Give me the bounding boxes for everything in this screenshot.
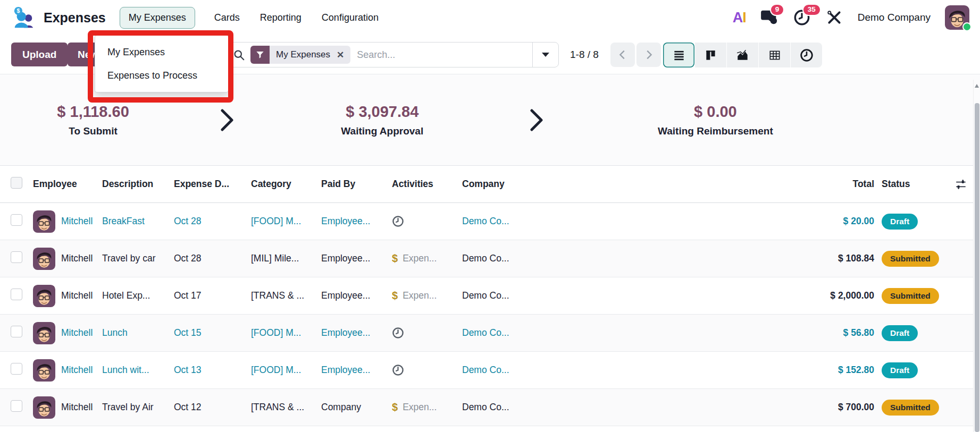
menu-reporting[interactable]: Reporting: [259, 7, 303, 28]
status-badge: Draft: [882, 362, 918, 378]
paid-by: Employee...: [312, 327, 382, 338]
pivot-view-button[interactable]: [759, 43, 790, 67]
sliders-icon: [954, 178, 967, 191]
expense-report-activity[interactable]: $ Expen...: [392, 290, 437, 302]
user-menu[interactable]: [945, 5, 969, 30]
to-submit-amount: $ 1,118.60: [10, 103, 176, 121]
dropdown-item-expenses-to-process[interactable]: Expenses to Process: [95, 64, 228, 87]
employee-name: Mitchell ,: [61, 216, 93, 227]
expense-row[interactable]: Mitchell , Travel by car Oct 28 [MIL] Mi…: [0, 240, 973, 277]
summary-to-submit[interactable]: $ 1,118.60 To Submit: [10, 103, 176, 137]
optional-columns-button[interactable]: [949, 178, 973, 191]
waiting-reimbursement-label: Waiting Reimbursement: [568, 125, 862, 137]
expense-report-activity[interactable]: $ Expen...: [392, 252, 437, 265]
waiting-approval-label: Waiting Approval: [235, 125, 529, 137]
search-dropdown-toggle[interactable]: [532, 43, 558, 67]
facet-label: My Expenses: [276, 49, 330, 60]
schedule-activity-clock-icon[interactable]: [392, 364, 404, 375]
expense-row[interactable]: Mitchell , Lunch wit... Oct 13 [FOOD] M.…: [0, 352, 973, 389]
status-badge: Draft: [882, 325, 918, 341]
menu-my-expenses[interactable]: My Expenses: [120, 7, 195, 29]
expense-category: [FOOD] M...: [241, 216, 312, 227]
list-view-button[interactable]: [663, 43, 694, 67]
row-checkbox[interactable]: [11, 363, 22, 375]
column-header-category[interactable]: Category: [241, 179, 312, 190]
main-menu: My Expenses Cards Reporting Configuratio…: [120, 7, 380, 29]
column-header-expense-date[interactable]: Expense D...: [164, 179, 241, 190]
top-navbar: $ Expenses My Expenses Cards Reporting C…: [0, 0, 980, 35]
expense-date: Oct 28: [164, 216, 241, 227]
dollar-activity-icon: $: [392, 290, 398, 302]
graph-view-button[interactable]: [727, 43, 758, 67]
facet-remove-icon[interactable]: ✕: [337, 49, 344, 61]
status-badge: Submitted: [882, 400, 939, 416]
column-header-total[interactable]: Total: [773, 179, 880, 190]
expense-category: [MIL] Mile...: [241, 253, 312, 264]
expense-description: BreakFast: [93, 216, 164, 227]
search-bar[interactable]: My Expenses ✕: [226, 42, 559, 67]
upload-button[interactable]: Upload: [11, 43, 68, 66]
vertical-scrollbar[interactable]: [973, 80, 980, 432]
expense-report-activity[interactable]: $ Expen...: [392, 401, 437, 413]
company-switcher[interactable]: Demo Company: [858, 12, 931, 23]
pager-previous-button[interactable]: [610, 43, 635, 67]
company-name-cell: Demo Co...: [453, 216, 773, 227]
expense-row[interactable]: Mitchell , Hotel Exp... Oct 17 [TRANS & …: [0, 277, 973, 315]
column-header-paid-by[interactable]: Paid By: [312, 179, 382, 190]
expense-row[interactable]: Mitchell , Travel by Air Oct 12 [TRANS &…: [0, 389, 973, 426]
menu-configuration[interactable]: Configuration: [321, 7, 380, 28]
row-checkbox[interactable]: [11, 326, 22, 337]
activity-label: Expen...: [403, 402, 437, 413]
summary-waiting-approval[interactable]: $ 3,097.84 Waiting Approval: [235, 103, 529, 137]
scrollbar-up-arrow[interactable]: [975, 84, 979, 88]
waiting-reimbursement-amount: $ 0.00: [568, 103, 862, 121]
row-checkbox[interactable]: [11, 289, 22, 300]
my-expenses-dropdown-menu: My Expenses Expenses to Process: [95, 35, 229, 92]
search-input[interactable]: [357, 49, 532, 61]
schedule-activity-clock-icon[interactable]: [392, 215, 404, 226]
schedule-activity-clock-icon[interactable]: [392, 327, 404, 337]
pager-range: 1-8 / 8: [570, 35, 599, 74]
activity-view-icon: [800, 48, 814, 62]
expense-row[interactable]: Mitchell , BreakFast Oct 28 [FOOD] M... …: [0, 203, 973, 240]
dollar-activity-icon: $: [392, 252, 398, 265]
expense-row[interactable]: Mitchell , Lunch Oct 15 [FOOD] M... Empl…: [0, 315, 973, 352]
expenses-app-screen: $ Expenses My Expenses Cards Reporting C…: [0, 0, 980, 432]
debug-tools-button[interactable]: [825, 9, 843, 27]
pager-next-button[interactable]: [636, 43, 661, 67]
row-checkbox[interactable]: [11, 400, 22, 412]
expense-total: $ 700.00: [773, 402, 880, 413]
company-name-cell: Demo Co...: [453, 290, 773, 301]
activities-button[interactable]: 35: [793, 9, 811, 27]
employee-avatar: [33, 210, 55, 233]
tools-wrench-icon: [827, 10, 842, 25]
column-header-employee[interactable]: Employee: [23, 179, 93, 190]
employee-avatar: [33, 396, 55, 419]
expense-total: $ 108.84: [773, 253, 880, 264]
activity-view-button[interactable]: [791, 43, 822, 67]
expense-date: Oct 15: [164, 327, 241, 338]
menu-cards[interactable]: Cards: [213, 7, 241, 28]
column-header-status[interactable]: Status: [880, 179, 949, 190]
column-header-activities[interactable]: Activities: [382, 179, 453, 190]
kanban-view-button[interactable]: [695, 43, 726, 67]
activities-count-badge: 35: [802, 4, 821, 16]
dropdown-item-my-expenses[interactable]: My Expenses: [95, 40, 228, 64]
paid-by: Employee...: [312, 216, 382, 227]
app-title: Expenses: [44, 10, 106, 26]
scrollbar-thumb[interactable]: [975, 103, 979, 432]
ai-logo-icon[interactable]: AI: [733, 10, 746, 26]
row-checkbox[interactable]: [11, 214, 22, 226]
summary-waiting-reimbursement[interactable]: $ 0.00 Waiting Reimbursement: [568, 103, 862, 137]
expense-date: Oct 28: [164, 253, 241, 264]
company-name-cell: Demo Co...: [453, 253, 773, 264]
messages-button[interactable]: 9: [760, 9, 778, 27]
column-header-company[interactable]: Company: [453, 179, 773, 190]
select-all-checkbox[interactable]: [11, 177, 22, 189]
column-header-description[interactable]: Description: [93, 179, 164, 190]
row-checkbox[interactable]: [11, 251, 22, 263]
expenses-app-icon[interactable]: $: [12, 5, 36, 30]
waiting-approval-amount: $ 3,097.84: [235, 103, 529, 121]
table-body: Mitchell , BreakFast Oct 28 [FOOD] M... …: [0, 203, 973, 426]
online-status-dot: [962, 22, 971, 31]
